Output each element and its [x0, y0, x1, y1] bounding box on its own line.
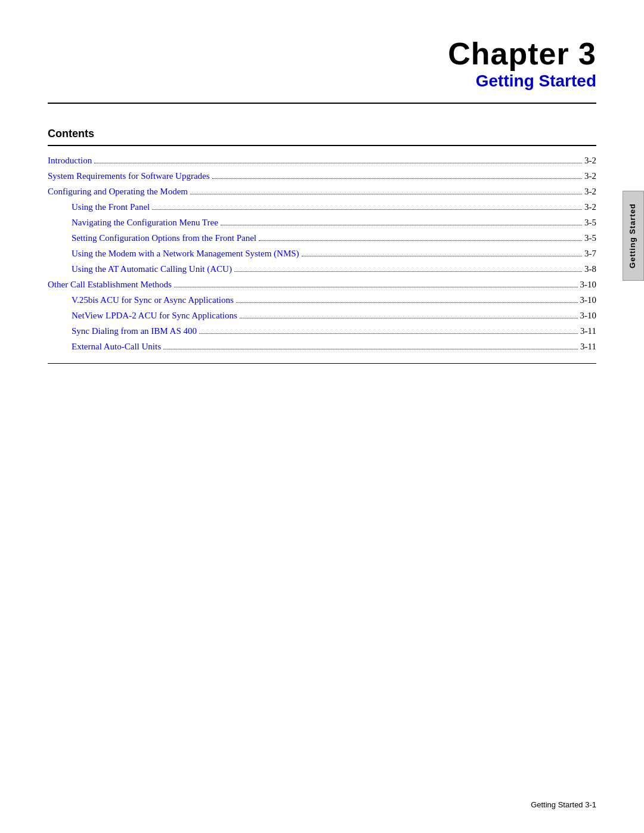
toc-entry: Introduction3-2 — [48, 153, 596, 168]
toc-dots — [234, 271, 582, 272]
toc-page: 3-2 — [584, 169, 596, 183]
toc-dots — [221, 225, 582, 225]
toc-entry: Setting Configuration Options from the F… — [48, 231, 596, 245]
toc-link[interactable]: Using the AT Automatic Calling Unit (ACU… — [72, 262, 232, 276]
toc-entry: Using the Modem with a Network Managemen… — [48, 246, 596, 261]
toc-link[interactable]: Sync Dialing from an IBM AS 400 — [72, 324, 197, 338]
chapter-header: Chapter 3 Getting Started — [0, 0, 644, 103]
chapter-title: Chapter 3 — [48, 36, 596, 72]
page-container: Chapter 3 Getting Started Getting Starte… — [0, 0, 644, 833]
page-footer: Getting Started 3-1 — [531, 800, 596, 809]
footer-text: Getting Started 3-1 — [531, 800, 596, 809]
toc-dots — [163, 349, 578, 349]
chapter-word: Chapter — [448, 36, 569, 71]
toc-dots — [236, 302, 578, 303]
toc-entry: V.25bis ACU for Sync or Async Applicatio… — [48, 293, 596, 307]
toc-dots — [174, 287, 578, 287]
toc-link[interactable]: Configuring and Operating the Modem — [48, 184, 188, 199]
toc-dots — [259, 240, 582, 241]
toc-page: 3-10 — [580, 308, 597, 323]
toc-entry: Other Call Establishment Methods3-10 — [48, 277, 596, 292]
toc-dots — [212, 178, 582, 179]
toc-dots — [199, 333, 578, 334]
toc-entry: Navigating the Configuration Menu Tree3-… — [48, 215, 596, 230]
toc-entry: NetView LPDA-2 ACU for Sync Applications… — [48, 308, 596, 323]
toc-link[interactable]: V.25bis ACU for Sync or Async Applicatio… — [72, 293, 234, 307]
toc-dots — [152, 209, 582, 210]
toc-entry: Using the AT Automatic Calling Unit (ACU… — [48, 262, 596, 276]
toc-link[interactable]: Using the Front Panel — [72, 200, 150, 214]
toc-entry: Sync Dialing from an IBM AS 4003-11 — [48, 324, 596, 338]
header-rule — [48, 103, 596, 104]
toc-page: 3-2 — [584, 153, 596, 168]
side-tab: Getting Started — [623, 191, 644, 281]
toc-page: 3-11 — [580, 324, 596, 338]
toc-entry: Configuring and Operating the Modem3-2 — [48, 184, 596, 199]
toc-dots — [240, 318, 578, 318]
toc-link[interactable]: Navigating the Configuration Menu Tree — [72, 215, 218, 230]
toc-page: 3-8 — [584, 262, 596, 276]
toc-page: 3-2 — [584, 200, 596, 214]
toc-page: 3-7 — [584, 246, 596, 261]
toc-dots — [190, 194, 582, 194]
toc-page: 3-5 — [584, 231, 596, 245]
contents-rule-bottom — [48, 363, 596, 364]
toc-entry: System Requirements for Software Upgrade… — [48, 169, 596, 183]
contents-title: Contents — [48, 128, 596, 140]
chapter-subtitle: Getting Started — [48, 72, 596, 91]
toc-link[interactable]: Using the Modem with a Network Managemen… — [72, 246, 299, 261]
toc-link[interactable]: System Requirements for Software Upgrade… — [48, 169, 210, 183]
side-tab-label: Getting Started — [628, 203, 637, 268]
toc-page: 3-11 — [580, 339, 596, 354]
toc-link[interactable]: Introduction — [48, 153, 92, 168]
toc-link[interactable]: NetView LPDA-2 ACU for Sync Applications — [72, 308, 237, 323]
toc-link[interactable]: External Auto-Call Units — [72, 339, 161, 354]
toc-dots — [302, 256, 582, 256]
toc-page: 3-10 — [580, 277, 597, 292]
toc-page: 3-2 — [584, 184, 596, 199]
toc-dots — [94, 163, 582, 163]
contents-rule-top — [48, 145, 596, 146]
toc-entry: Using the Front Panel3-2 — [48, 200, 596, 214]
toc-entry: External Auto-Call Units3-11 — [48, 339, 596, 354]
toc-entries: Introduction3-2System Requirements for S… — [48, 153, 596, 354]
toc-page: 3-5 — [584, 215, 596, 230]
toc-link[interactable]: Other Call Establishment Methods — [48, 277, 172, 292]
contents-section: Contents Introduction3-2System Requireme… — [48, 128, 596, 364]
chapter-number: 3 — [578, 36, 596, 71]
toc-link[interactable]: Setting Configuration Options from the F… — [72, 231, 256, 245]
toc-page: 3-10 — [580, 293, 597, 307]
